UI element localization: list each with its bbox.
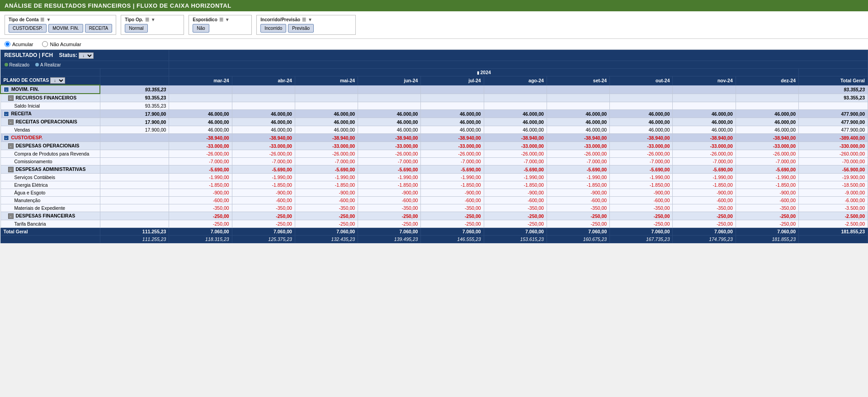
toggle-desp-op[interactable]: - <box>8 143 14 149</box>
filter-incorrido-label: Incorrido/Previsão ☰ ▼ <box>260 17 352 22</box>
total-label: Total Geral <box>0 228 100 236</box>
table-row: - CUSTO/DESP. -38.940,00 -38.940,00 -38.… <box>0 134 868 142</box>
col-total: Total Geral <box>799 76 868 85</box>
legend-dot-realizado <box>5 63 8 66</box>
btn-receita[interactable]: RECEITA <box>85 24 113 33</box>
btn-previsao[interactable]: Previsão <box>288 24 314 33</box>
row-receita-label: - RECEITA <box>0 110 100 118</box>
row-saldo-label: Saldo Inicial <box>0 102 100 110</box>
filter-icon-4[interactable]: ☰ <box>302 17 306 22</box>
filter-funnel-icon-3[interactable]: ▼ <box>225 17 230 22</box>
row-agua-label: Água e Esgoto <box>0 189 100 197</box>
status-dropdown[interactable]: ↓ <box>79 52 94 59</box>
btn-movim-fin[interactable]: MOVIM. FIN. <box>48 24 83 33</box>
table-row: - DESPESAS FINANCEIRAS -250,00 -250,00 -… <box>0 212 868 220</box>
col-set: set-24 <box>547 76 609 85</box>
filter-tipo-conta-label: Tipo de Conta ☰ ▼ <box>9 17 112 22</box>
row-custo-label: - CUSTO/DESP. <box>0 134 100 142</box>
filter-icon-2[interactable]: ☰ <box>145 17 149 22</box>
legend-label-realizar: A Realizar <box>40 62 61 67</box>
table-row: Energia Elétrica -1.850,00 -1.850,00 -1.… <box>0 181 868 189</box>
filter-icon-3[interactable]: ☰ <box>219 17 223 22</box>
table-row: - DESPESAS OPERACIONAIS -33.000,00 -33.0… <box>0 142 868 150</box>
row-movim-label: - MOVIM. FIN. <box>0 85 100 94</box>
legend-label-realizado: Realizado <box>9 62 29 67</box>
filter-tipo-conta: Tipo de Conta ☰ ▼ CUSTO/DESP. MOVIM. FIN… <box>5 15 116 35</box>
row-recursos-label: - RECURSOS FINANCEIROS <box>0 94 100 102</box>
btn-custo-desp[interactable]: CUSTO/DESP. <box>9 24 47 33</box>
col-jun: jun-24 <box>358 76 421 85</box>
filter-icon-1[interactable]: ☰ <box>40 17 44 22</box>
table-row: - RECURSOS FINANCEIROS 93.355,23 93.355,… <box>0 94 868 102</box>
toggle-year[interactable]: ▮ <box>477 71 479 75</box>
row-servicos-label: Serviços Contábeis <box>0 174 100 181</box>
toggle-recursos[interactable]: - <box>8 95 14 101</box>
filter-esporadico-label: Esporádico ☰ ▼ <box>193 17 248 22</box>
btn-incorrido[interactable]: Incorrido <box>260 24 286 33</box>
toggle-receita[interactable]: - <box>4 111 9 117</box>
row-desp-fin-label: - DESPESAS FINANCEIRAS <box>0 212 100 220</box>
row-receitas-op-label: - RECEITAS OPERACIONAIS <box>0 118 100 126</box>
table-row: Materiais de Expediente -350,00 -350,00 … <box>0 204 868 212</box>
btn-normal[interactable]: Normal <box>125 24 147 33</box>
filter-funnel-icon-1[interactable]: ▼ <box>46 17 51 22</box>
row-vendas-label: Vendas <box>0 126 100 134</box>
col-nov: nov-24 <box>673 76 736 85</box>
toggle-desp-fin[interactable]: - <box>8 213 14 219</box>
filter-esporadico: Esporádico ☰ ▼ Não <box>189 15 252 35</box>
total-row: Total Geral 111.255,23 7.060,00 7.060,00… <box>0 228 868 236</box>
toggle-movim[interactable]: - <box>4 87 9 92</box>
table-row: Tarifa Bancária -250,00 -250,00 -250,00 … <box>0 220 868 228</box>
table-row: - DESPESAS ADMINISTRATIVAS -5.690,00 -5.… <box>0 165 868 174</box>
table-row: - MOVIM. FIN. 93.355,23 93.355,23 <box>0 85 868 94</box>
toggle-rec-op[interactable]: - <box>8 119 14 125</box>
year-header: ▮ 2024 <box>169 69 799 76</box>
table-row: - RECEITA 17.900,00 46.000,00 46.000,00 … <box>0 110 868 118</box>
filters-section: Tipo de Conta ☰ ▼ CUSTO/DESP. MOVIM. FIN… <box>0 11 868 39</box>
radio-nao-acumular[interactable]: Não Acumular <box>42 41 81 47</box>
row-movim-total: 93.355,23 <box>799 85 868 94</box>
filter-funnel-icon-4[interactable]: ▼ <box>308 17 312 22</box>
col-jul: jul-24 <box>421 76 484 85</box>
cumulative-row: 111.255,23 118.315,23 125.375,23 132.435… <box>0 236 868 243</box>
row-materiais-label: Materiais de Expediente <box>0 204 100 212</box>
col-abr: abr-24 <box>232 76 295 85</box>
table-row: Comissionamento -7.000,00 -7.000,00 -7.0… <box>0 158 868 165</box>
col-header-base <box>100 76 169 85</box>
col-mar: mar-24 <box>169 76 232 85</box>
title-bar: ANÁLISE DE RESULTADOS FINANCEIROS | FLUX… <box>0 0 868 11</box>
row-comissao-label: Comissionamento <box>0 158 100 165</box>
account-sort[interactable]: ↓ <box>50 77 65 84</box>
table-row: Água e Esgoto -900,00 -900,00 -900,00 -9… <box>0 189 868 197</box>
filter-tipo-op-label: Tipo Op. ☰ ▼ <box>125 17 180 22</box>
legend-dot-realizar <box>35 63 39 66</box>
row-compra-label: Compra de Produtos para Revenda <box>0 150 100 158</box>
table-title: RESULTADO | FCH Status: ↓ <box>0 50 169 61</box>
col-dez: dez-24 <box>736 76 798 85</box>
row-desp-op-label: - DESPESAS OPERACIONAIS <box>0 142 100 150</box>
row-manutencao-label: Manutenção <box>0 197 100 204</box>
table-row: - RECEITAS OPERACIONAIS 17.900,00 46.000… <box>0 118 868 126</box>
filter-incorrido: Incorrido/Previsão ☰ ▼ Incorrido Previsã… <box>256 15 356 35</box>
table-row: Manutenção -600,00 -600,00 -600,00 -600,… <box>0 197 868 204</box>
row-desp-adm-label: - DESPESAS ADMINISTRATIVAS <box>0 165 100 174</box>
col-mai: mai-24 <box>295 76 358 85</box>
table-container: RESULTADO | FCH Status: ↓ Realizado <box>0 50 868 243</box>
table-row: Serviços Contábeis -1.990,00 -1.990,00 -… <box>0 174 868 181</box>
btn-nao[interactable]: Não <box>193 24 209 33</box>
row-movim-val0: 93.355,23 <box>100 85 169 94</box>
radio-acumular[interactable]: Acumular <box>5 41 33 47</box>
accumulate-row: Acumular Não Acumular <box>0 39 868 50</box>
col-ago: ago-24 <box>484 76 547 85</box>
toggle-custo[interactable]: - <box>4 135 9 141</box>
table-row: Vendas 17.900,00 46.000,00 46.000,00 46.… <box>0 126 868 134</box>
filter-funnel-icon-2[interactable]: ▼ <box>151 17 156 22</box>
toggle-desp-adm[interactable]: - <box>8 167 14 172</box>
col-header-account: PLANO DE CONTAS ↓ <box>0 76 100 85</box>
row-energia-label: Energia Elétrica <box>0 181 100 189</box>
table-row: Saldo Inicial 93.355,23 <box>0 102 868 110</box>
row-tarifa-label: Tarifa Bancária <box>0 220 100 228</box>
col-out: out-24 <box>610 76 673 85</box>
table-row: Compra de Produtos para Revenda -26.000,… <box>0 150 868 158</box>
filter-tipo-op: Tipo Op. ☰ ▼ Normal <box>121 15 184 35</box>
